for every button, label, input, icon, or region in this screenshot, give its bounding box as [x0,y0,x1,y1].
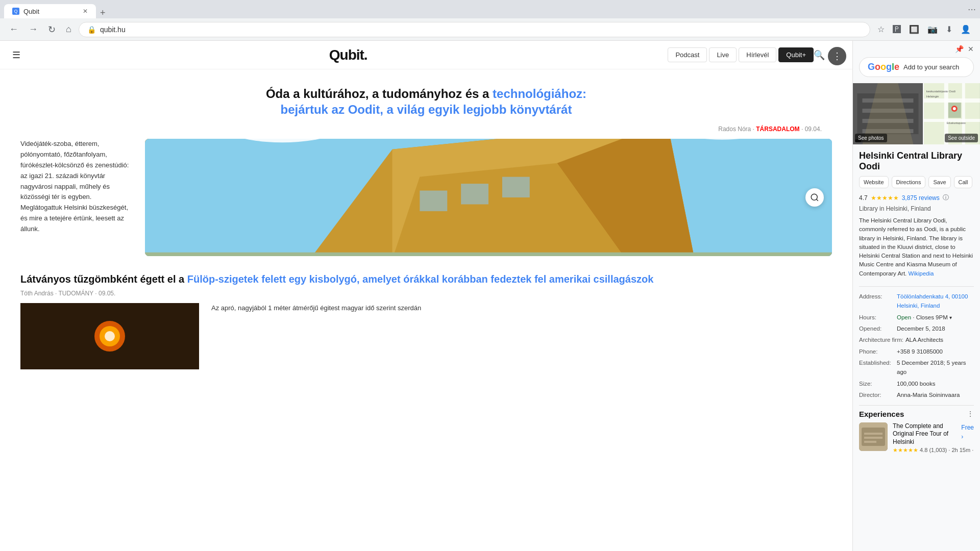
close-sidebar-button[interactable]: ✕ [968,45,974,53]
qubit-website: ☰ Qubit. Podcast Live Hírlevél Qubit+ 🔍 … [0,41,852,551]
size-value: 100,000 books [897,379,974,388]
article1-image-placeholder [145,139,832,256]
svg-text:keskustakirjasto Oodi: keskustakirjasto Oodi [926,90,955,93]
qubit-body: Óda a kultúrához, a tudományhoz és a tec… [0,69,852,386]
svg-rect-41 [864,441,876,443]
screen-capture-button[interactable]: 📷 [924,21,941,37]
bookmark-button[interactable]: ☆ [874,21,888,37]
hours-expand-icon[interactable]: ▾ [949,315,952,320]
window-controls[interactable]: ⋯ [968,5,976,14]
experience-review-count: (1,003) [929,447,947,453]
search-icon[interactable]: 🔍 [814,49,825,61]
director-row: Director: Anna-Maria Soininvaara [853,389,980,400]
save-button[interactable]: Save [928,176,950,188]
hamburger-menu[interactable]: ☰ [12,49,20,61]
svg-rect-13 [145,253,832,256]
add-to-search-text: Add to your search [903,63,959,71]
size-label: Size: [859,379,895,388]
experiences-header: Experiences ⋮ [853,410,980,422]
pin-icon[interactable]: 📌 [955,45,964,53]
forward-button[interactable]: → [26,22,41,37]
article1-content: Videójáték-szoba, étterem, pólónyomtató,… [20,139,832,256]
library-actions: Website Directions Save Call [853,176,980,193]
article2-date: 09.05. [99,290,115,297]
new-tab-button[interactable]: + [97,8,109,18]
qubitplus-nav-button[interactable]: Qubit+ [778,47,814,62]
url-text: qubit.hu [100,26,126,34]
back-button[interactable]: ← [6,22,21,37]
pocket-button[interactable]: 🅿 [890,22,904,37]
lens-button[interactable] [805,188,824,207]
tab-close-button[interactable]: ✕ [83,8,88,15]
main-area: ⋮ ☰ Qubit. Podcast Live Hírlevél Qubit+ … [0,41,980,551]
article2-content: Az apró, nagyjából 1 méter átmérőjű égit… [20,303,832,369]
library-description: The Helsinki Central Library Oodi, commo… [853,216,980,282]
call-button[interactable]: Call [954,176,973,188]
profile-button[interactable]: 👤 [958,21,974,37]
see-photos-label[interactable]: See photos [855,134,887,142]
experience-link-arrow[interactable]: › [961,433,963,440]
experience-stars: ★★★★★ [893,447,918,453]
article1-title: Óda a kultúrához, a tudományhoz és a tec… [260,86,592,117]
experience-duration: · 2h 15m · [948,447,973,453]
experiences-more-button[interactable]: ⋮ [967,410,974,418]
podcast-nav-button[interactable]: Podcast [668,47,707,62]
qubit-header: ☰ Qubit. Podcast Live Hírlevél Qubit+ 🔍 … [0,41,852,69]
google-logo: Google [868,62,899,72]
address-row: Address: Töölönlahdenkatu 4, 00100 Helsi… [853,291,980,312]
opened-label: Opened: [859,324,895,333]
experience-free-label: Free [961,424,974,431]
phone-value[interactable]: +358 9 31085000 [897,347,974,356]
phone-row: Phone: +358 9 31085000 [853,346,980,357]
svg-text:Eduskuntapuisto: Eduskuntapuisto [947,121,966,124]
browser-tab-bar: Q Qubit ✕ + ⋯ [0,0,980,18]
extensions-button[interactable]: 🔲 [906,21,922,37]
hours-row: Hours: Open · Closes 9PM ▾ [853,312,980,323]
article1-date: 09.04. [805,126,822,133]
article1-meta: Rados Nóra · TÁRSADALOM · 09.04. [20,126,832,133]
address-value[interactable]: Töölönlahdenkatu 4, 00100 Helsinki, Finl… [897,292,974,311]
hours-label: Hours: [859,313,895,322]
three-dot-menu-button[interactable]: ⋮ [828,47,846,65]
home-button[interactable]: ⌂ [63,22,75,37]
article1-image [145,139,832,256]
newsletter-nav-button[interactable]: Hírlevél [739,47,776,62]
address-label: Address: [859,292,895,311]
article2-body: Az apró, nagyjából 1 méter átmérőjű égit… [211,303,421,369]
wikipedia-link[interactable]: Wikipedia [909,270,934,277]
review-count[interactable]: 3,875 reviews [902,194,940,202]
refresh-button[interactable]: ↻ [45,22,59,37]
google-search-bar[interactable]: Google Add to your search [859,57,974,77]
svg-rect-40 [864,437,883,439]
library-type: Library in Helsinki, Finland [853,205,980,216]
website-button[interactable]: Website [859,176,889,188]
experiences-title: Experiences [859,410,904,418]
established-value: 5 December 2018; 5 years ago [897,358,974,377]
experience-thumbnail [859,422,888,451]
live-nav-button[interactable]: Live [709,47,737,62]
article2-section: TUDOMÁNY [59,290,93,297]
google-sidebar: 📌 ✕ Google Add to your search [852,41,980,551]
svg-rect-11 [461,184,488,204]
experience-card[interactable]: The Complete and Original Free Tour of H… [853,422,980,458]
library-name: Helsinki Central Library Oodi [853,151,980,176]
experience-title: The Complete and Original Free Tour of H… [893,422,961,446]
arch-value[interactable]: ALA Architects [905,335,974,344]
director-value: Anna-Maria Soininvaara [897,390,974,399]
svg-point-33 [953,107,956,110]
library-interior-photo[interactable]: See photos [853,83,923,144]
info-icon[interactable]: ⓘ [943,193,949,202]
address-bar[interactable]: 🔒 qubit.hu [79,22,870,37]
see-outside-label[interactable]: See outside [945,134,978,142]
experience-title-row: The Complete and Original Free Tour of H… [893,422,974,447]
experience-rating-row: ★★★★★ 4.8 (1,003) · 2h 15m · [893,447,974,454]
svg-rect-27 [924,98,980,103]
library-map[interactable]: Helsingin keskustakirjasto Oodi Eduskunt… [924,83,980,144]
directions-button[interactable]: Directions [892,176,926,188]
experience-rating: 4.8 [920,447,927,453]
active-tab[interactable]: Q Qubit ✕ [4,4,96,18]
rating-value: 4.7 [859,194,868,202]
article1-body: Videójáték-szoba, étterem, pólónyomtató,… [20,139,133,256]
download-button[interactable]: ⬇ [943,21,955,37]
hours-detail: · Closes 9PM [913,314,947,320]
